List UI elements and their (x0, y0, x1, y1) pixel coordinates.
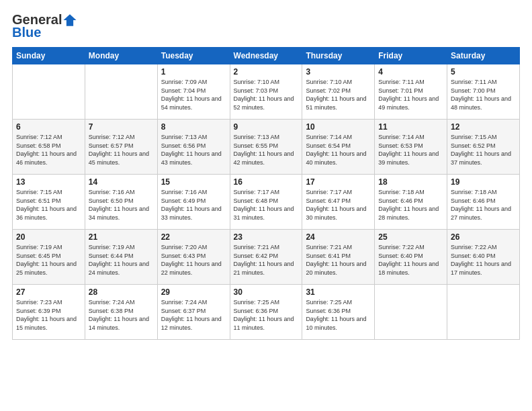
calendar-cell: 14Sunrise: 7:16 AM Sunset: 6:50 PM Dayli… (85, 175, 157, 230)
day-number: 11 (378, 122, 443, 132)
cell-info: Sunrise: 7:10 AM Sunset: 7:02 PM Dayligh… (306, 78, 371, 111)
cell-info: Sunrise: 7:17 AM Sunset: 6:47 PM Dayligh… (306, 188, 371, 222)
weekday-header-sunday: Sunday (13, 48, 85, 64)
day-number: 27 (16, 287, 81, 297)
logo-bird-icon (62, 13, 77, 28)
calendar-cell: 7Sunrise: 7:12 AM Sunset: 6:57 PM Daylig… (85, 120, 157, 175)
calendar-cell: 13Sunrise: 7:15 AM Sunset: 6:51 PM Dayli… (13, 175, 85, 230)
cell-info: Sunrise: 7:11 AM Sunset: 7:00 PM Dayligh… (451, 78, 516, 111)
day-number: 1 (161, 67, 226, 77)
calendar-cell: 29Sunrise: 7:24 AM Sunset: 6:37 PM Dayli… (157, 285, 230, 340)
day-number: 3 (306, 67, 371, 77)
calendar-cell: 24Sunrise: 7:21 AM Sunset: 6:41 PM Dayli… (302, 230, 375, 285)
weekday-header-wednesday: Wednesday (230, 48, 302, 64)
day-number: 19 (451, 177, 516, 187)
calendar-cell: 6Sunrise: 7:12 AM Sunset: 6:58 PM Daylig… (13, 120, 85, 175)
calendar-cell: 1Sunrise: 7:09 AM Sunset: 7:04 PM Daylig… (157, 64, 230, 120)
calendar-cell (375, 285, 447, 340)
calendar-cell: 15Sunrise: 7:16 AM Sunset: 6:49 PM Dayli… (157, 175, 230, 230)
day-number: 30 (234, 287, 299, 297)
cell-info: Sunrise: 7:22 AM Sunset: 6:40 PM Dayligh… (378, 243, 443, 277)
day-number: 14 (89, 177, 154, 187)
day-number: 26 (451, 232, 516, 242)
day-number: 4 (378, 67, 443, 77)
calendar-cell: 30Sunrise: 7:25 AM Sunset: 6:36 PM Dayli… (230, 285, 302, 340)
logo-blue-label: Blue (12, 25, 41, 40)
weekday-header-row: SundayMondayTuesdayWednesdayThursdayFrid… (13, 48, 520, 64)
calendar-cell: 18Sunrise: 7:18 AM Sunset: 6:46 PM Dayli… (375, 175, 447, 230)
day-number: 17 (306, 177, 371, 187)
calendar-cell: 5Sunrise: 7:11 AM Sunset: 7:00 PM Daylig… (447, 64, 520, 120)
calendar-cell: 28Sunrise: 7:24 AM Sunset: 6:38 PM Dayli… (85, 285, 157, 340)
calendar-cell: 21Sunrise: 7:19 AM Sunset: 6:44 PM Dayli… (85, 230, 157, 285)
cell-info: Sunrise: 7:17 AM Sunset: 6:48 PM Dayligh… (234, 188, 299, 222)
day-number: 6 (16, 122, 81, 132)
week-row-5: 27Sunrise: 7:23 AM Sunset: 6:39 PM Dayli… (13, 285, 520, 340)
day-number: 28 (89, 287, 154, 297)
cell-info: Sunrise: 7:25 AM Sunset: 6:36 PM Dayligh… (234, 298, 299, 332)
cell-info: Sunrise: 7:25 AM Sunset: 6:36 PM Dayligh… (306, 298, 371, 332)
calendar-cell: 10Sunrise: 7:14 AM Sunset: 6:54 PM Dayli… (302, 120, 375, 175)
day-number: 13 (16, 177, 81, 187)
calendar-cell: 11Sunrise: 7:14 AM Sunset: 6:53 PM Dayli… (375, 120, 447, 175)
weekday-header-tuesday: Tuesday (157, 48, 230, 64)
cell-info: Sunrise: 7:15 AM Sunset: 6:52 PM Dayligh… (451, 133, 516, 167)
weekday-header-saturday: Saturday (447, 48, 520, 64)
cell-info: Sunrise: 7:24 AM Sunset: 6:38 PM Dayligh… (89, 298, 154, 332)
calendar-cell: 16Sunrise: 7:17 AM Sunset: 6:48 PM Dayli… (230, 175, 302, 230)
cell-info: Sunrise: 7:15 AM Sunset: 6:51 PM Dayligh… (16, 188, 81, 222)
week-row-1: 1Sunrise: 7:09 AM Sunset: 7:04 PM Daylig… (13, 64, 520, 120)
header: General Blue (12, 12, 520, 40)
cell-info: Sunrise: 7:11 AM Sunset: 7:01 PM Dayligh… (378, 78, 443, 111)
day-number: 16 (234, 177, 299, 187)
day-number: 22 (161, 232, 226, 242)
calendar-cell: 26Sunrise: 7:22 AM Sunset: 6:40 PM Dayli… (447, 230, 520, 285)
calendar-cell (447, 285, 520, 340)
logo: General Blue (12, 12, 78, 40)
day-number: 25 (378, 232, 443, 242)
calendar: SundayMondayTuesdayWednesdayThursdayFrid… (12, 47, 520, 340)
calendar-cell: 8Sunrise: 7:13 AM Sunset: 6:56 PM Daylig… (157, 120, 230, 175)
weekday-header-monday: Monday (85, 48, 157, 64)
calendar-cell (13, 64, 85, 120)
cell-info: Sunrise: 7:12 AM Sunset: 6:57 PM Dayligh… (89, 133, 154, 167)
calendar-cell: 23Sunrise: 7:21 AM Sunset: 6:42 PM Dayli… (230, 230, 302, 285)
cell-info: Sunrise: 7:24 AM Sunset: 6:37 PM Dayligh… (161, 298, 226, 332)
day-number: 29 (161, 287, 226, 297)
cell-info: Sunrise: 7:21 AM Sunset: 6:41 PM Dayligh… (306, 243, 371, 277)
day-number: 9 (234, 122, 299, 132)
day-number: 24 (306, 232, 371, 242)
week-row-3: 13Sunrise: 7:15 AM Sunset: 6:51 PM Dayli… (13, 175, 520, 230)
cell-info: Sunrise: 7:18 AM Sunset: 6:46 PM Dayligh… (378, 188, 443, 222)
cell-info: Sunrise: 7:09 AM Sunset: 7:04 PM Dayligh… (161, 78, 226, 111)
cell-info: Sunrise: 7:14 AM Sunset: 6:53 PM Dayligh… (378, 133, 443, 167)
calendar-cell: 27Sunrise: 7:23 AM Sunset: 6:39 PM Dayli… (13, 285, 85, 340)
cell-info: Sunrise: 7:19 AM Sunset: 6:45 PM Dayligh… (16, 243, 81, 277)
calendar-cell: 4Sunrise: 7:11 AM Sunset: 7:01 PM Daylig… (375, 64, 447, 120)
day-number: 5 (451, 67, 516, 77)
calendar-cell: 19Sunrise: 7:18 AM Sunset: 6:46 PM Dayli… (447, 175, 520, 230)
calendar-cell: 20Sunrise: 7:19 AM Sunset: 6:45 PM Dayli… (13, 230, 85, 285)
calendar-cell: 17Sunrise: 7:17 AM Sunset: 6:47 PM Dayli… (302, 175, 375, 230)
cell-info: Sunrise: 7:16 AM Sunset: 6:49 PM Dayligh… (161, 188, 226, 222)
cell-info: Sunrise: 7:10 AM Sunset: 7:03 PM Dayligh… (234, 78, 299, 111)
svg-marker-0 (64, 14, 77, 26)
calendar-cell (85, 64, 157, 120)
day-number: 18 (378, 177, 443, 187)
cell-info: Sunrise: 7:23 AM Sunset: 6:39 PM Dayligh… (16, 298, 81, 332)
calendar-cell: 22Sunrise: 7:20 AM Sunset: 6:43 PM Dayli… (157, 230, 230, 285)
week-row-4: 20Sunrise: 7:19 AM Sunset: 6:45 PM Dayli… (13, 230, 520, 285)
page: General Blue SundayMondayTuesdayWednesda… (0, 0, 532, 411)
cell-info: Sunrise: 7:19 AM Sunset: 6:44 PM Dayligh… (89, 243, 154, 277)
cell-info: Sunrise: 7:12 AM Sunset: 6:58 PM Dayligh… (16, 133, 81, 167)
calendar-cell: 25Sunrise: 7:22 AM Sunset: 6:40 PM Dayli… (375, 230, 447, 285)
cell-info: Sunrise: 7:16 AM Sunset: 6:50 PM Dayligh… (89, 188, 154, 222)
calendar-cell: 3Sunrise: 7:10 AM Sunset: 7:02 PM Daylig… (302, 64, 375, 120)
day-number: 23 (234, 232, 299, 242)
weekday-header-friday: Friday (375, 48, 447, 64)
calendar-cell: 31Sunrise: 7:25 AM Sunset: 6:36 PM Dayli… (302, 285, 375, 340)
cell-info: Sunrise: 7:13 AM Sunset: 6:56 PM Dayligh… (161, 133, 226, 167)
week-row-2: 6Sunrise: 7:12 AM Sunset: 6:58 PM Daylig… (13, 120, 520, 175)
day-number: 10 (306, 122, 371, 132)
weekday-header-thursday: Thursday (302, 48, 375, 64)
